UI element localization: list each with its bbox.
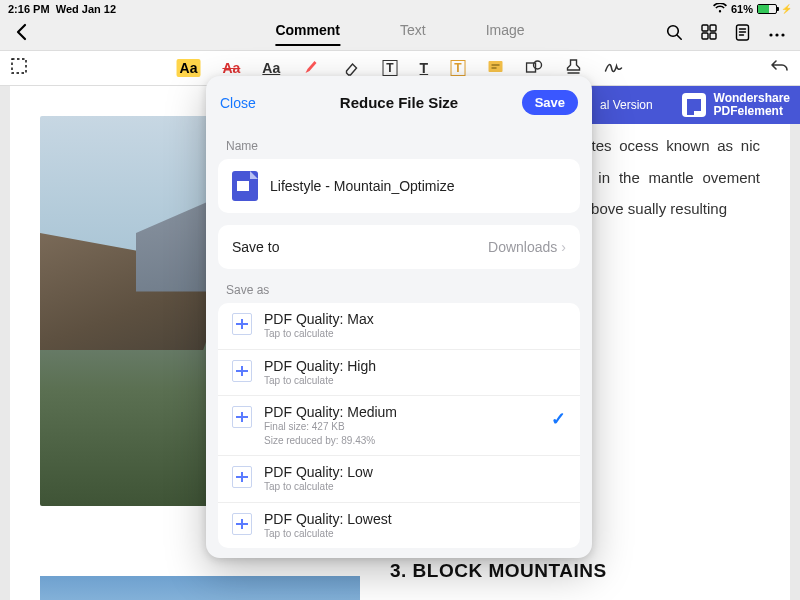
compress-icon	[232, 466, 252, 488]
svg-point-7	[775, 33, 778, 36]
filename-field[interactable]: Lifestyle - Mountain_Optimize	[218, 159, 580, 213]
quality-option-lowest[interactable]: PDF Quality: Lowest Tap to calculate	[218, 503, 580, 549]
more-icon[interactable]	[768, 24, 786, 45]
strikethrough-tool-icon[interactable]: Aa	[222, 60, 240, 76]
reduce-file-size-sheet: Close Reduce File Size Save Name Lifesty…	[206, 76, 592, 558]
textbox-tool-icon[interactable]: T	[382, 60, 397, 76]
svg-rect-1	[702, 25, 708, 31]
top-right-actions	[666, 24, 786, 45]
sheet-title: Reduce File Size	[340, 94, 458, 111]
quality-option-max[interactable]: PDF Quality: Max Tap to calculate	[218, 303, 580, 350]
save-to-value: Downloads	[488, 239, 557, 255]
note-tool-icon[interactable]	[487, 59, 503, 78]
tab-text[interactable]: Text	[400, 22, 426, 46]
document-icon	[232, 171, 258, 201]
thumbnails-icon[interactable]	[701, 24, 717, 45]
search-icon[interactable]	[666, 24, 683, 45]
close-button[interactable]: Close	[220, 95, 256, 111]
compress-icon	[232, 513, 252, 535]
checkmark-icon: ✓	[551, 408, 566, 430]
svg-rect-2	[710, 25, 716, 31]
reader-icon[interactable]	[735, 24, 750, 45]
save-button[interactable]: Save	[522, 90, 578, 115]
quality-options: PDF Quality: Max Tap to calculate PDF Qu…	[218, 303, 580, 548]
selection-tool-icon[interactable]	[10, 57, 28, 79]
callout-tool-icon[interactable]: T	[450, 60, 465, 76]
highlight-tool-icon[interactable]: Aa	[177, 59, 201, 77]
charging-icon: ⚡	[781, 4, 792, 14]
compress-icon	[232, 313, 252, 335]
name-section-label: Name	[206, 125, 592, 159]
underline-tool-icon[interactable]: Aa	[262, 60, 280, 76]
svg-rect-3	[702, 33, 708, 39]
svg-rect-9	[12, 59, 26, 73]
svg-point-8	[781, 33, 784, 36]
shapes-tool-icon[interactable]	[525, 59, 543, 78]
status-time: 2:16 PM	[8, 3, 50, 15]
ipad-status-bar: 2:16 PM Wed Jan 12 61% ⚡	[0, 0, 800, 18]
text-tool-icon[interactable]: T	[420, 60, 429, 76]
undo-button[interactable]	[770, 58, 790, 79]
quality-option-high[interactable]: PDF Quality: High Tap to calculate	[218, 350, 580, 397]
svg-point-12	[533, 61, 541, 69]
status-date: Wed Jan 12	[56, 3, 116, 15]
battery-icon	[757, 4, 777, 14]
save-to-label: Save to	[232, 239, 279, 255]
trial-label: al Version	[600, 98, 653, 112]
save-as-section-label: Save as	[206, 269, 592, 303]
compress-icon	[232, 360, 252, 382]
svg-point-6	[769, 33, 772, 36]
save-to-row[interactable]: Save to Downloads ›	[218, 225, 580, 269]
article-image-2	[40, 576, 360, 600]
tab-image[interactable]: Image	[486, 22, 525, 46]
mode-tabs: Comment Text Image	[275, 22, 524, 46]
signature-tool-icon[interactable]	[603, 59, 623, 78]
wifi-icon	[713, 3, 727, 15]
app-top-bar: Comment Text Image	[0, 18, 800, 50]
svg-rect-4	[710, 33, 716, 39]
tab-comment[interactable]: Comment	[275, 22, 340, 46]
trial-banner[interactable]: al Version Wondershare PDFelement	[590, 86, 800, 124]
back-button[interactable]	[14, 23, 28, 46]
quality-option-low[interactable]: PDF Quality: Low Tap to calculate	[218, 456, 580, 503]
chevron-right-icon: ›	[561, 239, 566, 255]
brand-name: Wondershare PDFelement	[714, 92, 790, 117]
compress-icon	[232, 406, 252, 428]
filename-value: Lifestyle - Mountain_Optimize	[270, 178, 454, 194]
quality-option-medium[interactable]: PDF Quality: Medium Final size: 427 KB S…	[218, 396, 580, 456]
section-heading-3: 3. BLOCK MOUNTAINS	[390, 560, 607, 582]
battery-percent: 61%	[731, 3, 753, 15]
pdfelement-logo-icon	[682, 93, 706, 117]
svg-rect-10	[488, 61, 502, 72]
